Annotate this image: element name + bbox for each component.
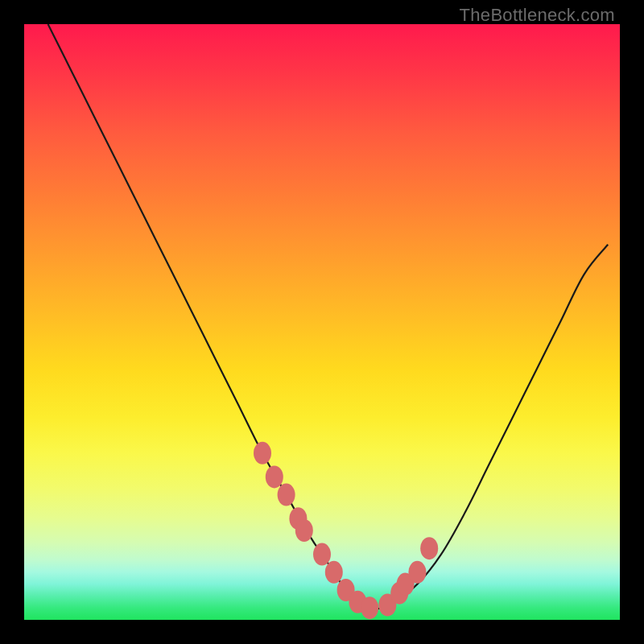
marker-group xyxy=(254,442,438,619)
chart-overlay xyxy=(24,24,620,620)
marker-point xyxy=(325,561,343,584)
marker-point xyxy=(361,597,378,619)
marker-point xyxy=(295,519,313,542)
marker-point xyxy=(254,442,271,464)
marker-point xyxy=(420,537,438,559)
marker-point xyxy=(266,465,283,488)
bottleneck-curve xyxy=(48,24,609,609)
marker-point xyxy=(408,561,426,584)
marker-point xyxy=(313,543,331,566)
marker-point xyxy=(278,484,295,506)
plot-area xyxy=(24,24,620,620)
watermark-text: TheBottleneck.com xyxy=(460,5,615,26)
chart-frame: TheBottleneck.com xyxy=(0,0,644,644)
